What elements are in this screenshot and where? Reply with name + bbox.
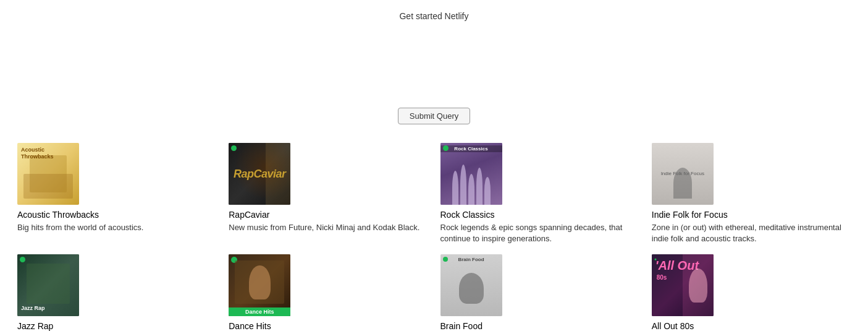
playlist-cover: AcousticThrowbacks [17,143,79,205]
playlist-item-indie-folk[interactable]: Indie Folk for Focus Indie Folk for Focu… [652,143,851,244]
playlist-item-all-out-80s[interactable]: ● 'All Out 80s All Out 80s [652,254,851,331]
playlist-item-brain-food[interactable]: Brain Food Brain Food [440,254,639,331]
playlist-item-rock-classics[interactable]: Rock Classics Rock Classics Rock legends… [440,143,639,244]
playlist-cover: Brain Food [440,254,502,316]
playlist-title: All Out 80s [652,321,851,331]
playlist-cover: Dance Hits [229,254,290,316]
playlist-cover: Jazz Rap [17,254,79,316]
page-header: Get started Netlify [0,0,868,21]
playlist-desc: Big hits from the world of acoustics. [17,222,216,233]
playlist-title: Dance Hits [229,321,428,331]
playlist-cover: Rock Classics [440,143,502,205]
playlist-title: Acoustic Throwbacks [17,210,216,220]
playlists-grid: AcousticThrowbacks Acoustic Throwbacks B… [0,143,868,331]
playlist-item-rapcaviar[interactable]: RapCaviar RapCaviar New music from Futur… [229,143,428,244]
playlist-title: Brain Food [440,321,639,331]
submit-area: Submit Query [0,108,868,124]
playlist-title: Jazz Rap [17,321,216,331]
playlist-desc: Rock legends & epic songs spanning decad… [440,222,639,244]
submit-query-button[interactable]: Submit Query [398,108,470,124]
playlist-item-dance-hits[interactable]: Dance Hits Dance Hits [229,254,428,331]
playlist-desc: New music from Future, Nicki Minaj and K… [229,222,428,233]
playlist-title: Indie Folk for Focus [652,210,851,220]
playlist-item-jazz-rap[interactable]: Jazz Rap Jazz Rap [17,254,216,331]
playlist-title: Rock Classics [440,210,639,220]
playlist-cover: ● 'All Out 80s [652,254,714,316]
playlist-item-acoustic-throwbacks[interactable]: AcousticThrowbacks Acoustic Throwbacks B… [17,143,216,244]
playlist-cover: Indie Folk for Focus [652,143,714,205]
page-title: Get started Netlify [399,11,468,21]
playlist-cover: RapCaviar [229,143,290,205]
playlist-desc: Zone in (or out) with ethereal, meditati… [652,222,851,244]
playlist-title: RapCaviar [229,210,428,220]
